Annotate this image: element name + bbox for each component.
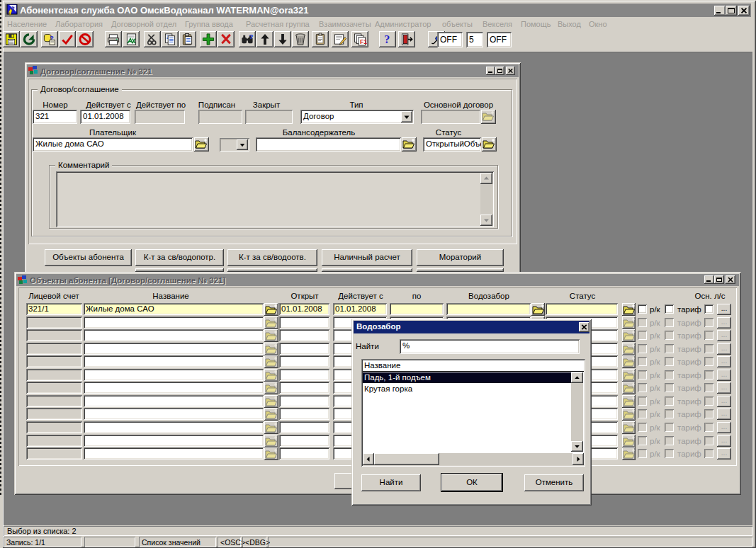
svg-text:F1: F1 [360, 38, 367, 45]
svg-text:?: ? [384, 33, 390, 45]
svg-text:?: ? [249, 33, 254, 40]
